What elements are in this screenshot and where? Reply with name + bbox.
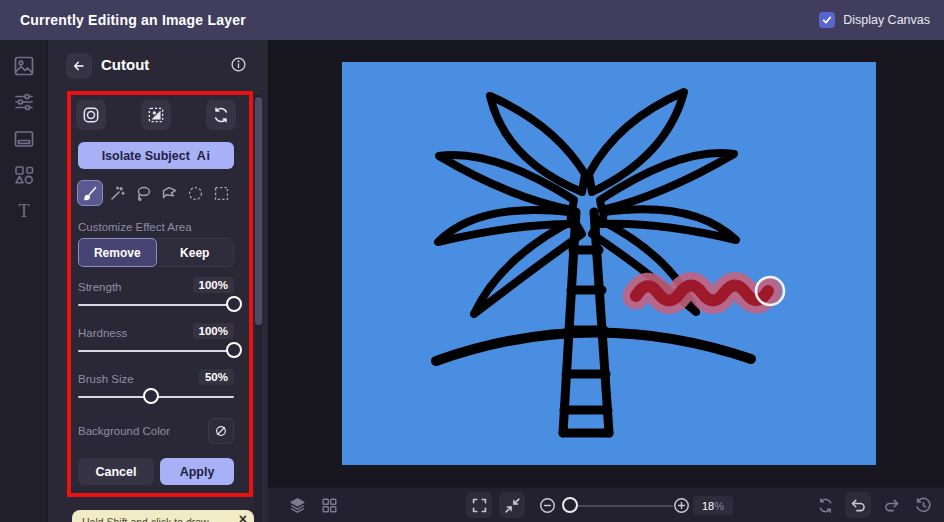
- zoom-out-button[interactable]: [534, 492, 560, 518]
- arrow-left-icon: [71, 58, 87, 74]
- panel-scrollbar[interactable]: [255, 95, 262, 522]
- redo-button[interactable]: [878, 492, 904, 518]
- undo-icon: [849, 496, 868, 515]
- top-bar: Currently Editing an Image Layer Display…: [0, 0, 944, 40]
- refresh-icon: [816, 496, 835, 515]
- back-button[interactable]: [66, 53, 92, 79]
- tool-brush[interactable]: [77, 180, 103, 206]
- zoom-level-unit: %: [714, 500, 724, 512]
- zoom-slider-handle[interactable]: [562, 497, 578, 513]
- background-color-label: Background Color: [78, 425, 170, 437]
- brush-size-value: 50%: [199, 369, 234, 385]
- rect-select-icon: [212, 184, 231, 203]
- zoom-level-field[interactable]: 18%: [693, 496, 733, 515]
- magic-wand-icon: [108, 184, 127, 203]
- sidebar-item-adjust[interactable]: [12, 90, 36, 114]
- tip-text: Hold Shift and click to draw straight li…: [82, 516, 230, 522]
- tool-rect-select[interactable]: [208, 180, 234, 206]
- history-button[interactable]: [910, 492, 936, 518]
- lens-icon: [81, 105, 101, 125]
- bottom-toolbar: 18%: [268, 487, 944, 522]
- panel-title: Cutout: [101, 56, 149, 73]
- isolate-subject-button[interactable]: Isolate Subject Ai: [78, 142, 234, 169]
- history-icon: [914, 496, 933, 515]
- subject-selection-icon: [146, 105, 166, 125]
- customize-effect-area-label: Customize Effect Area: [78, 221, 192, 233]
- reset-selection-button[interactable]: [206, 100, 236, 130]
- page-title: Currently Editing an Image Layer: [20, 12, 246, 28]
- layout-grid-icon: [320, 496, 339, 515]
- zoom-slider[interactable]: [563, 505, 673, 507]
- check-icon: [821, 14, 833, 26]
- shapes-icon: [12, 163, 36, 187]
- cutout-panel: Cutout Isolate Subject Ai: [48, 40, 268, 522]
- brush-size-slider-handle[interactable]: [143, 388, 159, 404]
- zoom-out-icon: [538, 496, 557, 515]
- refresh-icon: [211, 105, 231, 125]
- refresh-canvas-button[interactable]: [812, 492, 838, 518]
- image-canvas[interactable]: [342, 62, 876, 465]
- workspace: [268, 40, 944, 487]
- none-color-icon: [213, 423, 229, 439]
- hardness-slider-handle[interactable]: [226, 342, 242, 358]
- tool-polygon-lasso[interactable]: [156, 180, 182, 206]
- undo-button[interactable]: [845, 492, 871, 518]
- sidebar-item-frames[interactable]: [12, 127, 36, 151]
- tip-close-icon[interactable]: ×: [239, 511, 247, 522]
- ellipse-select-icon: [186, 184, 205, 203]
- strength-slider-handle[interactable]: [226, 296, 242, 312]
- keep-button[interactable]: Keep: [157, 238, 235, 267]
- subject-selection-button[interactable]: [141, 100, 171, 130]
- lens-mode-button[interactable]: [76, 100, 106, 130]
- strength-slider[interactable]: [78, 304, 234, 306]
- remove-button[interactable]: Remove: [78, 238, 157, 267]
- layout-grid-button[interactable]: [316, 492, 342, 518]
- fullscreen-button[interactable]: [466, 492, 492, 518]
- hardness-label: Hardness: [78, 327, 127, 339]
- tool-lasso[interactable]: [130, 180, 156, 206]
- fullscreen-icon: [470, 496, 489, 515]
- info-icon: [230, 56, 247, 73]
- left-sidebar: T: [0, 40, 48, 522]
- display-canvas-label: Display Canvas: [843, 13, 930, 27]
- sidebar-item-image[interactable]: [12, 54, 36, 78]
- brush-size-label: Brush Size: [78, 373, 134, 385]
- fit-to-screen-icon: [503, 496, 522, 515]
- hardness-value: 100%: [193, 323, 234, 339]
- redo-icon: [882, 496, 901, 515]
- sidebar-item-shapes[interactable]: [12, 163, 36, 187]
- panel-scrollbar-thumb[interactable]: [255, 97, 262, 325]
- layers-button[interactable]: [284, 492, 310, 518]
- frames-icon: [12, 127, 36, 151]
- effect-area-segmented: Remove Keep: [78, 238, 234, 267]
- svg-text:T: T: [19, 201, 30, 221]
- background-color-button[interactable]: [208, 418, 234, 444]
- zoom-in-button[interactable]: [668, 492, 694, 518]
- tip-toast: Hold Shift and click to draw straight li…: [72, 510, 254, 522]
- ai-badge: Ai: [197, 149, 211, 163]
- fit-to-screen-button[interactable]: [499, 492, 525, 518]
- brush-stroke-core: [636, 286, 768, 301]
- cancel-button[interactable]: Cancel: [78, 458, 154, 485]
- zoom-level-value: 18: [702, 500, 714, 512]
- display-canvas-checkbox[interactable]: [819, 12, 835, 28]
- info-button[interactable]: [230, 56, 247, 73]
- adjustments-icon: [12, 90, 36, 114]
- brush-icon: [81, 184, 100, 203]
- palm-tree-drawing: [342, 62, 876, 465]
- hardness-slider[interactable]: [78, 350, 234, 352]
- tool-magic-wand[interactable]: [104, 180, 130, 206]
- apply-button[interactable]: Apply: [160, 458, 234, 485]
- text-icon: T: [12, 199, 36, 223]
- isolate-subject-label: Isolate Subject: [102, 149, 190, 163]
- tool-ellipse-select[interactable]: [182, 180, 208, 206]
- strength-label: Strength: [78, 281, 121, 293]
- layers-icon: [288, 496, 307, 515]
- zoom-in-icon: [672, 496, 691, 515]
- image-icon: [12, 54, 36, 78]
- brush-size-slider[interactable]: [78, 396, 234, 398]
- sidebar-item-text[interactable]: T: [12, 199, 36, 223]
- display-canvas-toggle[interactable]: Display Canvas: [819, 0, 930, 40]
- strength-value: 100%: [193, 277, 234, 293]
- lasso-icon: [134, 184, 153, 203]
